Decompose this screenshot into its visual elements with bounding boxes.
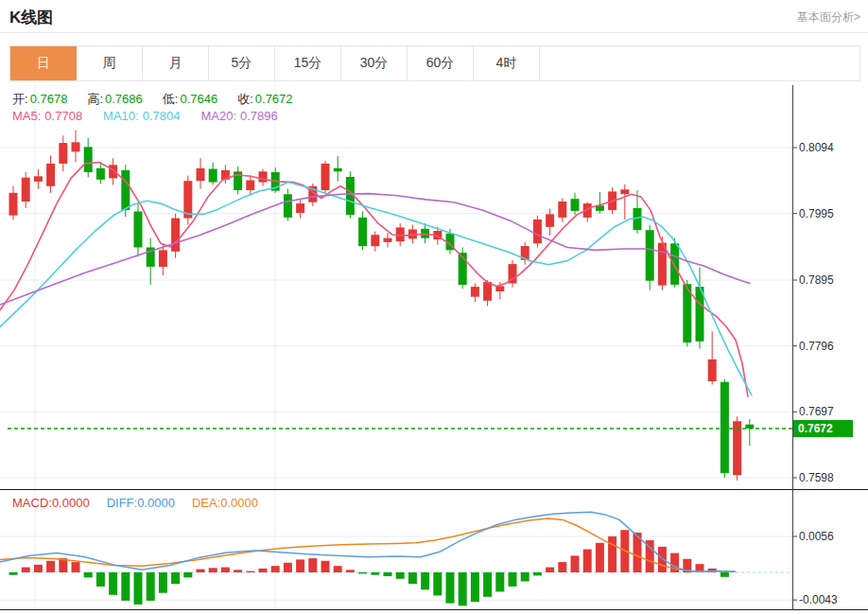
ma5-line	[0, 163, 748, 397]
tab-15min[interactable]: 15分	[275, 46, 341, 80]
price-axis-label: 0.7796	[799, 340, 834, 353]
page-title: K线图	[9, 7, 53, 28]
ma5-value: MA5:0.7708	[12, 109, 82, 123]
open-value: 开:0.7678	[12, 92, 67, 106]
high-value: 高:0.7686	[87, 92, 142, 106]
tab-5min[interactable]: 5分	[209, 46, 275, 80]
diff-value: DIFF:0.0000	[107, 496, 175, 510]
fundamental-analysis-link[interactable]: 基本面分析>	[797, 9, 860, 26]
macd-value: MACD:0.0000	[12, 496, 90, 510]
low-value: 低:0.7646	[163, 92, 217, 106]
price-axis-label: 0.8094	[799, 141, 834, 154]
kline-page: K线图 基本面分析> 日 周 月 5分 15分 30分 60分 4时 开:0.7…	[0, 0, 868, 614]
ma20-value: MA20:0.7896	[200, 109, 277, 123]
header-divider	[0, 32, 868, 33]
price-axis-label: 0.7697	[799, 405, 834, 418]
price-axis-label: 0.7598	[799, 471, 834, 484]
price-axis-label: 0.7995	[799, 207, 834, 220]
tab-4hour[interactable]: 4时	[474, 46, 540, 80]
ma10-value: MA10:0.7804	[103, 109, 180, 123]
tab-week[interactable]: 周	[77, 46, 143, 80]
ohlc-legend: 开:0.7678高:0.7686低:0.7646收:0.7672	[12, 91, 313, 108]
tab-month[interactable]: 月	[143, 46, 209, 80]
macd-axis-label: 0.0056	[799, 530, 834, 543]
period-tabs: 日 周 月 5分 15分 30分 60分 4时	[9, 45, 860, 81]
price-axis-label: 0.7895	[799, 273, 834, 287]
macd-histogram	[9, 530, 729, 605]
dea-value: DEA:0.0000	[192, 496, 258, 510]
current-price-tag: 0.7672	[793, 420, 853, 437]
tab-30min[interactable]: 30分	[341, 46, 408, 80]
tab-day[interactable]: 日	[10, 46, 77, 80]
macd-axis-label: -0.0043	[799, 593, 838, 606]
ma-legend: MA5:0.7708MA10:0.7804MA20:0.7896	[12, 109, 299, 123]
close-value: 收:0.7672	[237, 92, 292, 106]
tab-60min[interactable]: 60分	[408, 46, 474, 80]
macd-legend: MACD:0.0000DIFF:0.0000DEA:0.0000	[12, 496, 275, 510]
